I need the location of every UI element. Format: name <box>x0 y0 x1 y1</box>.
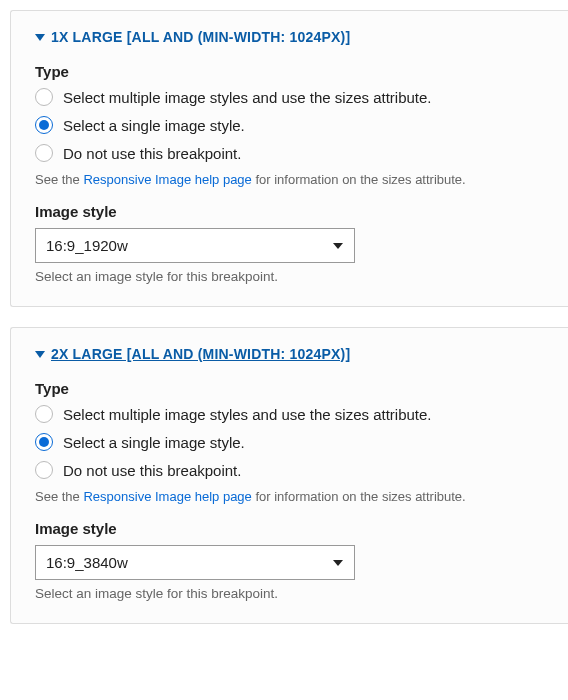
radio-label: Do not use this breakpoint. <box>63 462 241 479</box>
help-suffix: for information on the sizes attribute. <box>252 489 466 504</box>
disclosure-triangle-icon <box>35 351 45 358</box>
help-text: See the Responsive Image help page for i… <box>35 172 544 187</box>
radio-no-breakpoint[interactable]: Do not use this breakpoint. <box>35 461 544 479</box>
image-style-label: Image style <box>35 203 544 220</box>
radio-icon <box>35 461 53 479</box>
image-style-select[interactable]: 16:9_3840w <box>35 545 355 580</box>
panel-header-2x[interactable]: 2X LARGE [ALL AND (MIN-WIDTH: 1024PX)] <box>35 346 544 362</box>
radio-no-breakpoint[interactable]: Do not use this breakpoint. <box>35 144 544 162</box>
radio-label: Select multiple image styles and use the… <box>63 406 432 423</box>
image-style-desc: Select an image style for this breakpoin… <box>35 586 544 601</box>
help-suffix: for information on the sizes attribute. <box>252 172 466 187</box>
image-style-select[interactable]: 16:9_1920w <box>35 228 355 263</box>
image-style-select-wrap: 16:9_1920w <box>35 228 355 263</box>
help-prefix: See the <box>35 172 83 187</box>
disclosure-triangle-icon <box>35 34 45 41</box>
radio-single-style[interactable]: Select a single image style. <box>35 433 544 451</box>
radio-multiple-styles[interactable]: Select multiple image styles and use the… <box>35 405 544 423</box>
radio-label: Select a single image style. <box>63 117 245 134</box>
panel-header-1x[interactable]: 1X LARGE [ALL AND (MIN-WIDTH: 1024PX)] <box>35 29 544 45</box>
radio-label: Select a single image style. <box>63 434 245 451</box>
radio-icon <box>35 405 53 423</box>
type-label: Type <box>35 63 544 80</box>
help-link[interactable]: Responsive Image help page <box>83 172 251 187</box>
radio-single-style[interactable]: Select a single image style. <box>35 116 544 134</box>
image-style-select-wrap: 16:9_3840w <box>35 545 355 580</box>
image-style-label: Image style <box>35 520 544 537</box>
radio-icon <box>35 144 53 162</box>
type-label: Type <box>35 380 544 397</box>
radio-label: Do not use this breakpoint. <box>63 145 241 162</box>
panel-title: 1X LARGE [ALL AND (MIN-WIDTH: 1024PX)] <box>51 29 350 45</box>
radio-label: Select multiple image styles and use the… <box>63 89 432 106</box>
radio-icon <box>35 116 53 134</box>
breakpoint-panel-2x: 2X LARGE [ALL AND (MIN-WIDTH: 1024PX)] T… <box>10 327 568 624</box>
help-prefix: See the <box>35 489 83 504</box>
radio-icon <box>35 433 53 451</box>
panel-title: 2X LARGE [ALL AND (MIN-WIDTH: 1024PX)] <box>51 346 350 362</box>
breakpoint-panel-1x: 1X LARGE [ALL AND (MIN-WIDTH: 1024PX)] T… <box>10 10 568 307</box>
radio-icon <box>35 88 53 106</box>
help-link[interactable]: Responsive Image help page <box>83 489 251 504</box>
help-text: See the Responsive Image help page for i… <box>35 489 544 504</box>
radio-multiple-styles[interactable]: Select multiple image styles and use the… <box>35 88 544 106</box>
image-style-desc: Select an image style for this breakpoin… <box>35 269 544 284</box>
